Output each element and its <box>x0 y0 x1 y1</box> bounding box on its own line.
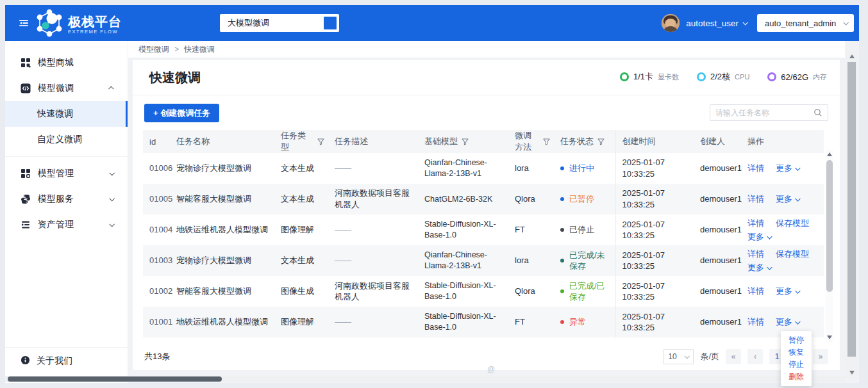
app-window: 极栈平台 EXTREME FLOW 大模型微调 autotest_user au… <box>5 5 859 383</box>
filter-icon[interactable] <box>597 138 605 145</box>
cell-model: Stable-Diffusion-XL-Base-1.0 <box>418 276 508 307</box>
search-icon[interactable] <box>814 108 822 117</box>
page-size-value: 10 <box>668 352 676 361</box>
table-row: 01005智能客服大模型微调文本生成河南政数据项目客服机器人ChatGLM2-6… <box>143 184 824 214</box>
cell-ops: 详情更多 <box>741 184 824 214</box>
more-action-link[interactable]: 更多 <box>776 163 799 174</box>
status-dot-icon <box>560 197 564 201</box>
cell-desc: 河南政数据项目客服机器人 <box>328 276 418 307</box>
cell-status: 已暂停 <box>554 184 615 214</box>
table-footer: 共13条 10 条/页 « ‹ 1 › » <box>133 343 840 370</box>
about-label: 关于我们 <box>37 355 72 367</box>
column-header-type: 任务类型 <box>274 130 328 153</box>
table-scrollbar-thumb[interactable] <box>826 160 833 292</box>
resource-value: 1/1卡 <box>633 71 653 83</box>
menu-item-停止[interactable]: 停止 <box>781 359 812 371</box>
status-badge: 已暂停 <box>560 193 610 205</box>
sidebar-item-2[interactable]: 模型管理 <box>5 161 128 186</box>
status-dot-icon <box>560 166 564 170</box>
scroll-down-icon[interactable] <box>827 335 832 339</box>
menu-item-暂停[interactable]: 暂停 <box>781 334 812 346</box>
column-header-creator: 创建人 <box>694 130 741 153</box>
more-action-link[interactable]: 更多 <box>776 193 799 205</box>
action-link[interactable]: 详情 <box>747 248 764 260</box>
username-dropdown[interactable]: autotest_user <box>686 19 747 28</box>
cell-creator: demouser1 <box>694 184 741 214</box>
cell-name: 智能客服大模型微调 <box>170 184 274 214</box>
action-label: 更多 <box>747 262 764 273</box>
cell-id: 01001 <box>143 307 170 337</box>
action-label: 详情 <box>747 248 764 260</box>
scroll-up-icon[interactable] <box>827 152 832 156</box>
sidebar-subitem-1-0[interactable]: 快速微调 <box>5 101 128 127</box>
horizontal-scrollbar-thumb[interactable] <box>8 376 222 382</box>
search-input[interactable] <box>715 108 814 117</box>
breadcrumb: 模型微调 > 快速微调 <box>128 41 845 58</box>
action-link[interactable]: 保存模型 <box>776 248 809 260</box>
menu-item-恢复[interactable]: 恢复 <box>781 346 812 359</box>
action-link[interactable]: 详情 <box>747 193 764 205</box>
scroll-down-icon[interactable] <box>849 371 855 375</box>
python-icon <box>21 194 31 204</box>
cell-type: 图像生成 <box>274 276 328 307</box>
resource-label: 显卡数 <box>658 72 679 82</box>
resource-label: CPU <box>735 73 749 81</box>
cell-method: lora <box>508 245 554 276</box>
more-action-link[interactable]: 更多 <box>776 286 799 297</box>
cell-method: FT <box>508 307 554 337</box>
column-label: 基础模型 <box>424 136 458 147</box>
sidebar-item-0[interactable]: 模型商城 <box>5 50 128 76</box>
table-row: 01004地铁运维机器人模型微调图像理解——Stable-Diffusion-X… <box>143 214 824 245</box>
row-actions: 详情更多 <box>747 163 822 174</box>
sidebar-item-3[interactable]: 模型服务 <box>5 186 128 212</box>
status-badge: 已完成/已保存 <box>560 280 610 303</box>
action-link[interactable]: 详情 <box>747 316 764 328</box>
more-action-link[interactable]: 更多 <box>747 231 771 243</box>
cell-time: 2025-01-07 10:33:25 <box>615 153 694 184</box>
action-link[interactable]: 保存模型 <box>776 218 809 229</box>
sidebar-item-1[interactable]: 模型微调 <box>5 76 128 101</box>
module-select[interactable]: 大模型微调 <box>220 14 339 32</box>
create-task-button[interactable]: + 创建微调任务 <box>144 104 219 122</box>
cell-model: Stable-Diffusion-XL-Base-1.0 <box>418 214 508 245</box>
scroll-up-icon[interactable] <box>849 54 855 58</box>
user-avatar[interactable] <box>662 14 680 32</box>
sidebar-subitem-1-1[interactable]: 自定义微调 <box>5 127 128 152</box>
filter-icon[interactable] <box>462 138 469 145</box>
cell-name: 地铁运维机器人模型微调 <box>170 214 274 245</box>
toolbar: + 创建微调任务 <box>133 95 840 130</box>
cell-type: 文本生成 <box>274 245 328 276</box>
cell-ops: 详情保存模型更多 <box>741 214 824 245</box>
chevron-down-icon <box>767 234 772 239</box>
action-link[interactable]: 详情 <box>747 163 764 174</box>
filter-icon[interactable] <box>543 138 550 145</box>
sidebar-item-label: 资产管理 <box>38 219 74 230</box>
action-label: 详情 <box>747 218 764 229</box>
column-label: 任务类型 <box>281 130 313 153</box>
sidebar-item-4[interactable]: 资产管理 <box>5 212 128 238</box>
table-row: 01006宠物诊疗大模型微调文本生成——Qianfan-Chinese-Llam… <box>143 153 824 184</box>
module-select-icon[interactable] <box>324 17 337 29</box>
first-page-button[interactable]: « <box>726 349 741 364</box>
cell-name: 宠物诊疗大模型微调 <box>170 245 274 276</box>
breadcrumb-item[interactable]: 模型微调 <box>138 44 169 55</box>
page-size-select[interactable]: 10 <box>663 349 694 364</box>
filter-icon[interactable] <box>317 138 324 145</box>
page-scrollbar-thumb[interactable] <box>847 62 856 357</box>
cell-creator: demouser1 <box>694 214 741 245</box>
more-action-link[interactable]: 更多 <box>776 316 799 328</box>
action-label: 更多 <box>776 163 792 174</box>
more-action-link[interactable]: 更多 <box>747 262 771 273</box>
prev-page-button[interactable]: ‹ <box>747 349 763 364</box>
action-link[interactable]: 详情 <box>747 286 764 297</box>
action-link[interactable]: 详情 <box>747 218 764 229</box>
column-header-method: 微调方法 <box>508 130 554 153</box>
sidebar-item-about[interactable]: 关于我们 <box>5 347 128 374</box>
last-page-button[interactable]: » <box>813 349 828 364</box>
menu-collapse-icon[interactable] <box>18 17 29 29</box>
menu-item-删除[interactable]: 删除 <box>781 371 812 383</box>
table-row: 01001地铁运维机器人模型微调图像理解——Stable-Diffusion-X… <box>143 307 824 337</box>
tenant-select[interactable]: auto_tenant_admin <box>757 14 854 32</box>
watermark: @ <box>487 365 495 374</box>
cell-desc: 河南政数据项目客服机器人 <box>328 184 418 214</box>
